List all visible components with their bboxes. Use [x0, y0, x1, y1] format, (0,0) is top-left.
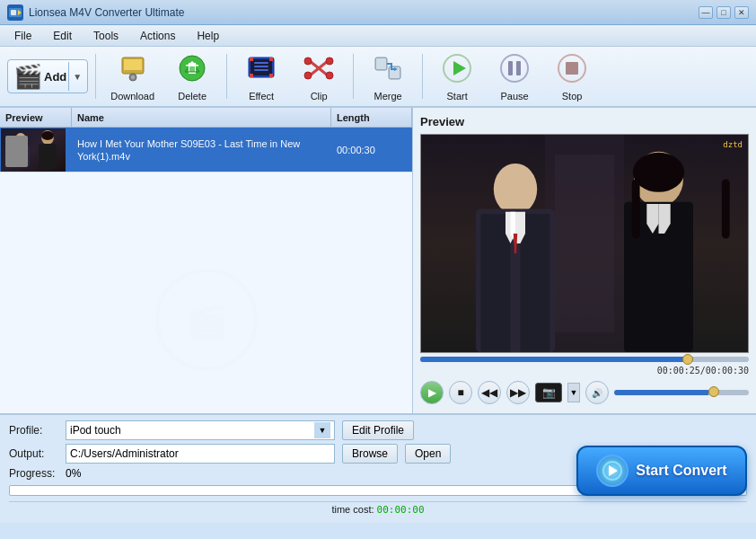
svg-rect-52	[521, 214, 550, 352]
volume-knob[interactable]	[708, 386, 719, 397]
stop-label: Stop	[562, 91, 583, 102]
effect-button[interactable]: Effect	[234, 50, 288, 102]
add-button-wrapper: 🎬 Add ▼	[7, 59, 88, 93]
svg-rect-1	[11, 10, 16, 15]
toolbar-sep-2	[226, 54, 227, 99]
svg-rect-17	[254, 66, 268, 67]
progress-label: Progress:	[9, 467, 58, 480]
svg-rect-51	[481, 214, 511, 352]
volume-icon: 🔊	[585, 381, 609, 404]
svg-point-43	[41, 131, 54, 140]
add-dropdown-arrow[interactable]: ▼	[68, 62, 82, 91]
svg-rect-33	[508, 61, 513, 75]
browse-button[interactable]: Browse	[342, 444, 398, 464]
app-title: Lionsea M4V Converter Ultimate	[29, 6, 184, 19]
delete-icon	[176, 52, 208, 89]
svg-rect-42	[39, 144, 57, 169]
video-timestamp: dztd	[723, 140, 743, 149]
svg-rect-15	[269, 74, 273, 77]
stop-icon	[556, 52, 588, 89]
add-label: Add	[44, 70, 66, 84]
delete-button[interactable]: Delete	[165, 50, 219, 102]
titlebar: Lionsea M4V Converter Ultimate — □ ✕	[0, 0, 756, 25]
svg-point-32	[501, 55, 528, 82]
stop-button[interactable]: Stop	[545, 50, 599, 102]
download-icon	[117, 52, 149, 89]
merge-button[interactable]: Merge	[361, 50, 415, 102]
file-name-cell: How I Met Your Mother S09E03 - Last Time…	[72, 128, 331, 172]
svg-rect-16	[254, 62, 268, 64]
play-button[interactable]: ▶	[420, 381, 444, 404]
svg-text:🎬: 🎬	[186, 303, 226, 341]
table-row[interactable]: How I Met Your Mother S09E03 - Last Time…	[0, 128, 412, 172]
menu-actions[interactable]: Actions	[129, 28, 186, 44]
menubar: File Edit Tools Actions Help	[0, 25, 756, 47]
svg-rect-48	[555, 155, 614, 332]
start-button[interactable]: Start	[430, 50, 484, 102]
progress-knob[interactable]	[682, 354, 693, 365]
profile-label: Profile:	[9, 424, 58, 437]
start-convert-button[interactable]: Start Convert	[576, 446, 747, 496]
output-input[interactable]	[66, 444, 335, 464]
add-button[interactable]: 🎬 Add ▼	[7, 59, 88, 93]
progress-fill	[420, 357, 693, 362]
clip-icon	[303, 52, 335, 89]
rewind-button[interactable]: ◀◀	[478, 381, 501, 404]
start-label: Start	[446, 91, 467, 102]
svg-rect-4	[124, 59, 142, 70]
pause-icon	[498, 52, 531, 89]
delete-label: Delete	[178, 91, 207, 102]
maximize-button[interactable]: □	[716, 6, 731, 19]
clip-label: Clip	[311, 91, 328, 102]
clip-button[interactable]: Clip	[292, 50, 346, 102]
profile-value: iPod touch	[70, 424, 314, 437]
header-preview: Preview	[0, 108, 72, 127]
effect-label: Effect	[249, 91, 274, 102]
time-cost-bar: time cost: 00:00:00	[9, 501, 747, 517]
menu-help[interactable]: Help	[186, 28, 230, 44]
file-list: Preview Name Length	[0, 108, 413, 413]
progress-value: 0%	[66, 467, 81, 480]
svg-rect-34	[516, 61, 521, 75]
screenshot-button[interactable]: 📷	[535, 383, 562, 402]
download-button[interactable]: Download	[103, 50, 162, 102]
svg-point-44	[157, 270, 256, 369]
header-name: Name	[72, 108, 331, 127]
file-length-cell: 00:00:30	[331, 128, 412, 172]
minimize-button[interactable]: —	[699, 6, 713, 19]
profile-select[interactable]: iPod touch ▼	[66, 420, 335, 440]
svg-rect-40	[12, 145, 30, 167]
svg-point-49	[494, 163, 537, 215]
svg-rect-14	[250, 74, 253, 77]
thumbnail-img	[1, 128, 66, 172]
file-thumbnail	[1, 128, 66, 172]
menu-file[interactable]: File	[4, 28, 42, 44]
filelist-body: How I Met Your Mother S09E03 - Last Time…	[0, 128, 412, 413]
svg-rect-9	[186, 65, 198, 66]
main-area: Preview Name Length	[0, 108, 756, 413]
menu-tools[interactable]: Tools	[83, 28, 129, 44]
edit-profile-button[interactable]: Edit Profile	[342, 420, 414, 440]
svg-rect-13	[269, 57, 273, 61]
file-preview-cell	[0, 128, 72, 172]
fastforward-button[interactable]: ▶▶	[506, 381, 530, 404]
svg-rect-26	[376, 58, 386, 69]
start-icon	[441, 52, 473, 89]
bottom-panel: Profile: iPod touch ▼ Edit Profile Outpu…	[0, 413, 756, 523]
svg-point-39	[15, 133, 26, 146]
menu-edit[interactable]: Edit	[42, 28, 83, 44]
output-label: Output:	[9, 447, 58, 460]
camera-dropdown[interactable]: ▼	[567, 383, 580, 402]
svg-point-24	[326, 72, 333, 79]
toolbar-sep-1	[95, 54, 96, 99]
volume-slider[interactable]	[614, 390, 749, 395]
close-button[interactable]: ✕	[734, 6, 749, 19]
open-button[interactable]: Open	[405, 444, 451, 464]
window-controls: — □ ✕	[699, 6, 749, 19]
app-icon	[7, 4, 23, 21]
preview-progressbar[interactable]	[420, 357, 749, 362]
stop-ctrl-button[interactable]: ■	[449, 381, 472, 404]
pause-label: Pause	[501, 91, 529, 102]
profile-dropdown-arrow[interactable]: ▼	[314, 422, 330, 438]
pause-button[interactable]: Pause	[488, 50, 541, 102]
